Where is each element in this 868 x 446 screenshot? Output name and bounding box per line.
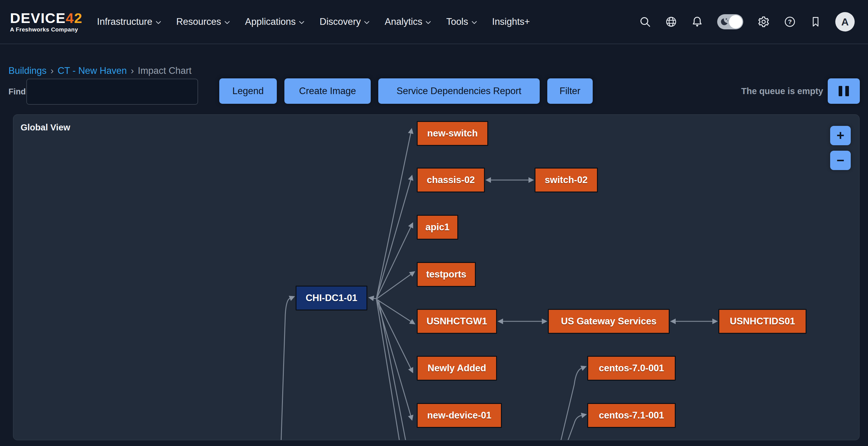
chevron-down-icon	[156, 21, 161, 24]
nav-discovery[interactable]: Discovery	[319, 16, 370, 27]
nav-infrastructure[interactable]: Infrastructure	[97, 16, 161, 27]
node-us-gateway-services[interactable]: US Gateway Services	[548, 309, 670, 334]
node-testports[interactable]: testports	[417, 262, 476, 287]
edge-chi-to-chassis-02	[376, 180, 411, 298]
breadcrumb-ct-new-haven[interactable]: CT - New Haven	[58, 65, 127, 76]
logo-brand: DEVICE	[10, 10, 66, 26]
toggle-knob	[729, 15, 742, 28]
breadcrumb-impact-chart: Impact Chart	[138, 65, 191, 76]
edge-bottom-to-centos71	[567, 415, 582, 440]
find-label: Find	[8, 79, 26, 104]
node-chi-dc1-01[interactable]: CHI-DC1-01	[296, 286, 367, 310]
toolbar-buttons: Legend Create Image Service Dependencies…	[219, 78, 593, 104]
breadcrumb: Buildings › CT - New Haven › Impact Char…	[8, 65, 191, 76]
moon-icon	[719, 17, 729, 27]
queue-status: The queue is empty	[741, 78, 823, 104]
node-usnhctgw1[interactable]: USNHCTGW1	[417, 309, 497, 334]
edge-bottom-to-chi	[281, 298, 290, 440]
search-icon[interactable]	[639, 16, 651, 28]
node-chassis-02[interactable]: chassis-02	[417, 168, 485, 193]
user-avatar[interactable]: A	[835, 12, 855, 31]
logo-4: 4	[66, 10, 74, 26]
globe-icon[interactable]	[665, 16, 677, 28]
node-newly-added[interactable]: Newly Added	[417, 356, 497, 381]
device42-logo: DEVICE42 A Freshworks Company	[10, 10, 82, 33]
dark-mode-toggle[interactable]	[717, 14, 743, 29]
notifications-bell-icon[interactable]	[691, 16, 703, 28]
chevron-down-icon	[426, 21, 431, 24]
logo-2: 2	[74, 10, 83, 26]
edge-chi-to-new-switch	[376, 133, 411, 298]
pause-icon	[839, 86, 849, 96]
legend-button[interactable]: Legend	[219, 78, 277, 104]
service-dependencies-report-button[interactable]: Service Dependencies Report	[378, 78, 540, 104]
edge-chi-to-testports	[376, 274, 411, 299]
help-icon[interactable]: ?	[784, 16, 796, 28]
nav-resources[interactable]: Resources	[176, 16, 230, 27]
node-centos-7-0-001[interactable]: centos-7.0-001	[587, 356, 676, 381]
create-image-button[interactable]: Create Image	[284, 78, 371, 104]
edge-fan-down-1	[376, 300, 400, 440]
chevron-down-icon	[471, 21, 477, 24]
node-new-device-01[interactable]: new-device-01	[417, 403, 502, 428]
header-actions: ? A	[639, 12, 868, 31]
bookmark-icon[interactable]	[810, 16, 822, 28]
breadcrumb-separator: ›	[131, 65, 134, 76]
logo-tagline: A Freshworks Company	[10, 26, 82, 33]
nav-applications[interactable]: Applications	[245, 16, 304, 27]
chart-view-title: Global View	[21, 123, 70, 133]
chevron-down-icon	[364, 21, 370, 24]
edge-bottom-to-centos70	[560, 368, 582, 440]
nav-insights-plus[interactable]: Insights+	[492, 16, 530, 27]
edge-fan-down-2	[379, 300, 406, 440]
find-input[interactable]	[26, 79, 198, 105]
chevron-down-icon	[224, 21, 230, 24]
top-nav-bar: DEVICE42 A Freshworks Company Infrastruc…	[0, 0, 868, 44]
nav-tools[interactable]: Tools	[446, 16, 477, 27]
svg-text:?: ?	[788, 18, 792, 25]
impact-chart-canvas: Global View CHI-DC1-01new-switchchassis-…	[13, 114, 860, 440]
main-nav: Infrastructure Resources Applications Di…	[97, 16, 530, 27]
filter-button[interactable]: Filter	[547, 78, 593, 104]
chevron-down-icon	[299, 21, 304, 24]
node-new-switch[interactable]: new-switch	[417, 121, 488, 146]
pause-queue-button[interactable]	[828, 78, 860, 104]
node-apic1[interactable]: apic1	[417, 215, 458, 240]
node-usnhctids01[interactable]: USNHCTIDS01	[718, 309, 807, 334]
breadcrumb-buildings[interactable]: Buildings	[8, 65, 46, 76]
node-switch-02[interactable]: switch-02	[534, 168, 598, 193]
zoom-in-button[interactable]: +	[830, 126, 851, 145]
settings-gear-icon[interactable]	[757, 15, 770, 28]
node-centos-7-1-001[interactable]: centos-7.1-001	[587, 403, 676, 428]
nav-analytics[interactable]: Analytics	[384, 16, 431, 27]
zoom-out-button[interactable]: −	[830, 151, 851, 170]
breadcrumb-separator: ›	[51, 65, 54, 76]
